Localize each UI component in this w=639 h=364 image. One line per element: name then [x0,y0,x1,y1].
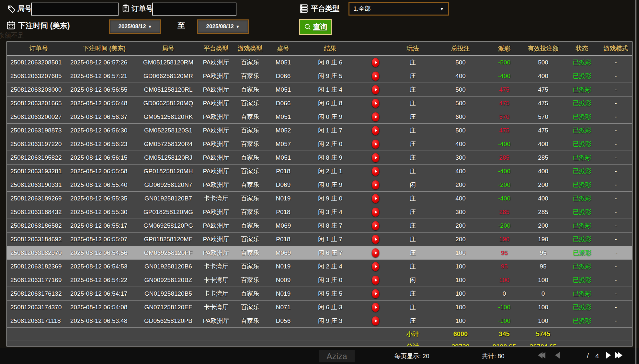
table-row[interactable]: 2508120631958222025-08-12 06:56:15GM0512… [7,151,632,165]
date-to-value: 2025/08/12 [206,23,234,30]
total-payout-value: 9100.65 [486,343,522,347]
prev-page-button[interactable] [555,352,560,358]
platform-select[interactable]: 1.全部 ▼ [348,2,449,16]
date-from-select[interactable]: 2025/08/12 ▼ [109,19,161,34]
table-row[interactable]: 2508120632085012025-08-12 06:57:26GM0512… [7,56,632,69]
play-video-icon[interactable] [372,72,379,81]
order-input[interactable] [152,3,236,16]
cell-payout: 95 [486,249,522,256]
cell-platform: PA欧洲厅 [198,113,234,121]
play-video-icon[interactable] [372,167,379,176]
play-video-icon[interactable] [372,140,379,149]
play-video-icon[interactable] [372,276,379,285]
cell-status: 已派彩 [564,235,600,244]
cell-result: 闲 9 庄 3 [300,317,360,325]
play-video-icon[interactable] [372,180,379,189]
cell-order: 250812063198873 [7,127,70,134]
table-row[interactable]: 2508120631771692025-08-12 06:54:22GN0092… [7,273,632,287]
play-video-icon[interactable] [372,126,379,135]
cell-platform: PA欧洲厅 [198,140,234,148]
table-row[interactable]: 2508120631972202025-08-12 06:56:23GM0572… [7,137,632,151]
cell-result: 闲 1 庄 7 [300,235,360,244]
table-row[interactable]: 2508120631829702025-08-12 06:54:56GM0692… [7,246,632,260]
cell-time: 2025-08-12 06:55:35 [70,195,138,202]
cell-table: D066 [266,100,300,107]
table-row[interactable]: 2508120632030002025-08-12 06:56:55GM0512… [7,83,632,97]
cell-round: GD056258120PB [138,317,198,324]
play-video-icon[interactable] [372,235,379,244]
table-row[interactable]: 2508120631823692025-08-12 06:54:53GN0192… [7,260,632,273]
table-row[interactable]: 2508120632000272025-08-12 06:56:37GM0512… [7,110,632,124]
column-header-2: 下注时间 (美东) [70,44,138,53]
cell-game: 百家乐 [234,317,266,325]
table-row[interactable]: 2508120631711182025-08-12 06:53:48GD0562… [7,314,632,328]
round-input[interactable] [31,3,119,16]
platform-icon [299,3,309,14]
table-row[interactable]: 2508120632076052025-08-12 06:57:21GD0662… [7,69,632,83]
play-video-icon[interactable] [372,208,379,217]
table-row[interactable]: 2508120631884322025-08-12 06:55:30GP0182… [7,205,632,219]
table-row[interactable]: 2508120631988732025-08-12 06:56:30GM0522… [7,124,632,137]
cell-play: 庄 [391,208,435,216]
cell-table: P018 [266,236,300,243]
play-video-icon[interactable] [372,99,379,108]
cell-round: GP018258120MG [138,209,198,216]
cell-round: GM051258120RL [138,86,198,93]
cell-table: N019 [266,263,300,270]
play-video-icon[interactable] [372,85,379,94]
last-page-button[interactable] [617,352,622,358]
play-video-icon[interactable] [372,303,379,312]
cell-platform: PA欧洲厅 [198,126,234,135]
play-video-icon[interactable] [372,316,379,325]
play-video-icon[interactable] [372,221,379,230]
column-header-14: 游戏模式 [600,44,632,53]
to-label: 至 [177,20,185,30]
cell-result: 闲 5 庄 5 [300,290,360,298]
play-video-icon[interactable] [372,289,379,298]
table-row[interactable]: 2508120631903312025-08-12 06:55:40GD0692… [7,178,632,192]
table-row[interactable]: 2508120631865822025-08-12 06:55:17GM0692… [7,219,632,233]
cell-table: M051 [266,113,300,120]
cell-order: 250812063203000 [7,86,70,93]
table-row[interactable]: 2508120631892692025-08-12 06:55:35GN0192… [7,192,632,205]
date-to-select[interactable]: 2025/08/12 ▼ [197,19,249,34]
cell-result: 闲 9 庄 0 [300,194,360,203]
cell-platform: PA欧洲厅 [198,167,234,176]
table-row[interactable]: 2508120631761322025-08-12 06:54:17GN0192… [7,287,632,301]
cell-total: 600 [435,113,486,120]
column-header-5: 游戏类型 [234,44,266,53]
cell-mode: - [600,195,632,202]
play-video-icon[interactable] [372,194,379,203]
cell-mode: - [600,249,632,256]
table-row[interactable]: 2508120631932812025-08-12 06:55:58GP0182… [7,165,632,178]
play-video-icon[interactable] [372,58,379,67]
cell-payout: -200 [486,222,522,229]
cell-table: N071 [266,304,300,311]
cell-table: D069 [266,181,300,188]
cell-mode: - [600,113,632,120]
play-video-icon[interactable] [372,112,379,121]
cell-time: 2025-08-12 06:56:23 [70,141,138,148]
cell-payout: -100 [486,317,522,324]
first-page-button[interactable] [540,352,545,358]
play-video-icon[interactable] [372,153,379,162]
cell-platform: PA欧洲厅 [198,181,234,189]
table-row[interactable]: 2508120631846922025-08-12 06:55:07GP0182… [7,233,632,246]
cell-result: 闲 6 庄 8 [300,99,360,108]
result-cell-play [360,208,391,217]
play-video-icon[interactable] [372,262,379,271]
cell-status: 已派彩 [564,113,600,121]
next-page-button[interactable] [606,352,611,358]
cell-time: 2025-08-12 06:56:15 [70,154,138,161]
window-scrollbar[interactable] [635,0,636,364]
cell-time: 2025-08-12 06:53:48 [70,317,138,324]
cell-order: 250812063174370 [7,304,70,311]
table-row[interactable]: 2508120632016652025-08-12 06:56:48GD0662… [7,97,632,110]
play-video-icon[interactable] [372,248,379,257]
cell-time: 2025-08-12 06:54:56 [70,249,138,256]
cell-table: M051 [266,59,300,66]
table-row[interactable]: 2508120631743702025-08-12 06:54:08GN0712… [7,301,632,314]
search-button[interactable]: 查询 [299,19,332,35]
platform-select-value: 1.全部 [353,5,371,13]
round-label: 局号 [17,4,32,14]
